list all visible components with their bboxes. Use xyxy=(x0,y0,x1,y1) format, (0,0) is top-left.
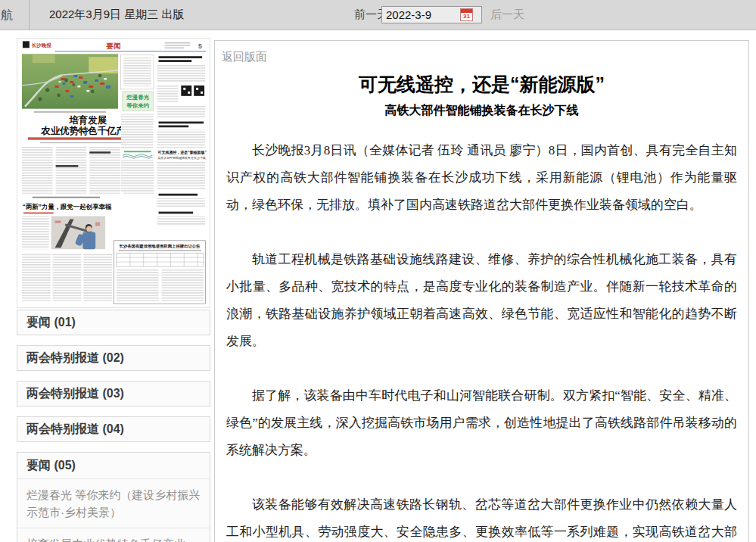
green-promo-box: 烂漫春光 等你来约 xyxy=(123,92,154,111)
green-box-line1: 烂漫春光 xyxy=(126,94,149,101)
thumb-lead-headline-line1: 培育发展 xyxy=(68,114,107,126)
calendar-icon[interactable]: 31 xyxy=(460,8,473,21)
article-paragraph: 长沙晚报3月8日讯（全媒体记者 伍玲 通讯员 廖宁）8日，国内首创、具有完全自主… xyxy=(226,137,737,219)
green-box-line2: 等你来约 xyxy=(126,102,149,109)
sidebar-section-02[interactable]: 两会特别报道 (02) xyxy=(17,345,210,371)
article-paragraph: 该装备能够有效解决高速铁路长钢轨、岔芯等道岔大部件更换作业中仍然依赖大量人工和小… xyxy=(226,491,737,542)
thumb-mid-headline: “两新”力量，跟党一起创享幸福 xyxy=(23,203,112,210)
back-to-page-link[interactable]: 返回版面 xyxy=(222,50,267,64)
article-paragraph: 据了解，该装备由中车时代电子和山河智能联合研制。双方紧扣“智能、安全、精准、绿色… xyxy=(226,382,737,464)
calendar-day-number: 31 xyxy=(461,13,472,20)
thumb-current-article-subheadline: 高铁大部件智能铺换装备在长沙下线 xyxy=(158,156,206,160)
article-list: 烂漫春光 等你来约（建设乡村振兴示范市·乡村美景） 培育发展农业优势特色千亿产业 xyxy=(17,478,210,542)
page-section-list: 要闻 (01) 两会特别报道 (02) 两会特别报道 (03) 两会特别报道 (… xyxy=(17,310,210,542)
article-body: 长沙晚报3月8日讯（全媒体记者 伍玲 通讯员 廖宁）8日，国内首创、具有完全自主… xyxy=(215,137,748,542)
article-title: 可无线遥控，还是“新能源版” xyxy=(215,72,748,97)
worker-photo xyxy=(51,216,105,250)
sidebar-section-05-header[interactable]: 要闻 (05) xyxy=(17,453,210,478)
sidebar-section-03[interactable]: 两会特别报道 (03) xyxy=(17,381,210,406)
topbar-divider xyxy=(29,0,30,30)
masthead-title: 长沙晚报 xyxy=(31,42,51,48)
page-section-label: 要闻 xyxy=(106,42,121,50)
article-panel: 返回版面 可无线遥控，还是“新能源版” 高铁大部件智能铺换装备在长沙下线 长沙晚… xyxy=(214,40,749,542)
sidebar-section-04[interactable]: 两会特别报道 (04) xyxy=(17,416,210,442)
aerial-photo xyxy=(22,54,118,108)
sidebar-section-05: 要闻 (05) 烂漫春光 等你来约（建设乡村振兴示范市·乡村美景） 培育发展农业… xyxy=(17,452,210,542)
next-day-button[interactable]: 后一天 xyxy=(490,8,524,22)
thumb-current-article-headline: 可无线遥控，还是“新能源版” xyxy=(157,150,207,155)
newspaper-page-thumbnail[interactable]: 长沙晚报 要闻 5 xyxy=(17,38,210,308)
article-subtitle: 高铁大部件智能铺换装备在长沙下线 xyxy=(215,103,748,119)
article-list-item[interactable]: 烂漫春光 等你来约（建设乡村振兴示范市·乡村美景） xyxy=(17,478,210,528)
date-input[interactable] xyxy=(384,8,460,22)
page-number: 5 xyxy=(198,42,202,50)
sidebar-section-01[interactable]: 要闻 (01) xyxy=(17,310,210,335)
thumb-notice-headline: 长沙县国有建设用地使用权网上挂牌出让公告 xyxy=(119,244,201,249)
date-picker[interactable]: 31 xyxy=(381,6,482,23)
paper-logo xyxy=(23,41,30,48)
top-navigation-bar: 航 2022年3月9日 星期三 出版 前一天 31 后一天 xyxy=(0,0,756,30)
article-list-item[interactable]: 培育发展农业优势特色千亿产业 xyxy=(17,528,210,542)
qr-codes xyxy=(181,86,204,96)
nav-partial-label[interactable]: 航 xyxy=(1,8,13,23)
notice-box: 长沙县国有建设用地使用权网上挂牌出让公告 xyxy=(114,241,205,304)
article-paragraph: 轨道工程机械是铁路基础设施线路建设、维修、养护的综合性机械化施工装备，具有小批量… xyxy=(226,246,737,355)
publish-date-label: 2022年3月9日 星期三 出版 xyxy=(49,8,184,22)
sidebar: 长沙晚报 要闻 5 xyxy=(17,38,210,542)
